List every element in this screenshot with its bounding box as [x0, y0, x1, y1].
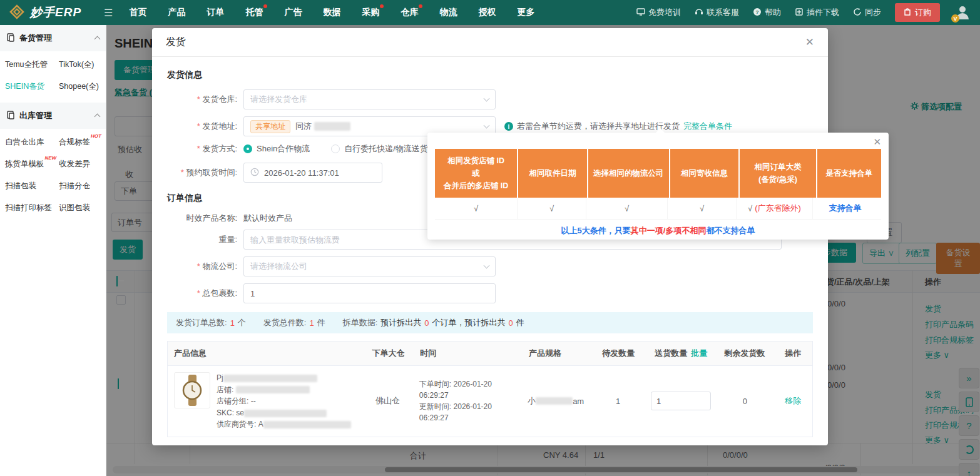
sync-link[interactable]: 同步: [853, 7, 881, 18]
sidebar-item-scan-print[interactable]: 扫描打印标签: [4, 197, 58, 219]
nav-item-label: 产品: [168, 7, 185, 17]
nav-item-home[interactable]: 首页: [129, 7, 146, 18]
sidebar-item-picking-template[interactable]: 拣货单模板NEW: [4, 153, 58, 175]
address-label: 发货地址:: [167, 121, 237, 132]
chevron-down-icon: [484, 122, 490, 128]
chevron-down-icon: [484, 95, 490, 101]
sidebar-item-self-warehouse[interactable]: 自营仓出库: [4, 131, 58, 153]
free-training-link[interactable]: 免费培训: [636, 7, 681, 18]
nav-item-data[interactable]: 数据: [323, 7, 340, 18]
sidebar-item-receive-diff[interactable]: 收发差异: [58, 153, 110, 175]
chevron-down-icon: [484, 262, 490, 268]
nav-item-auth[interactable]: 授权: [478, 7, 496, 18]
sidebar-item-temu[interactable]: Temu全托管: [4, 54, 58, 76]
product-name-label: 时效产品名称:: [167, 213, 237, 224]
sidebar-group-stock[interactable]: 备货管理: [0, 25, 106, 51]
popover-close-icon[interactable]: ✕: [873, 137, 881, 146]
sidebar-item-scan-sort[interactable]: 扫描分仓: [58, 175, 110, 197]
packages-input[interactable]: [243, 283, 496, 303]
sidebar-item-compliance-label[interactable]: 合规标签HOT: [58, 131, 110, 153]
delivery-qty-input[interactable]: [651, 392, 711, 410]
redacted-text: [244, 410, 327, 417]
warehouse-cell: 佛山仓: [362, 366, 413, 437]
product-name-value: 默认时效产品: [243, 213, 292, 224]
contact-support-link[interactable]: 联系客服: [695, 7, 739, 18]
close-icon[interactable]: ✕: [805, 37, 814, 48]
nav-item-logistics[interactable]: 物流: [439, 7, 457, 18]
redacted-text: [223, 375, 317, 382]
sidebar-item-shein[interactable]: SHEIN备货: [4, 76, 58, 98]
nav-link-label: 帮助: [765, 7, 781, 18]
top-nav: 妙手ERP ☰ 首页 产品 订单 托管 广告 数据 采购 仓库 物流 授权 更多…: [0, 0, 980, 25]
product-cell: Pj 店铺: 店铺分组: -- SKC: se 供应商货号: A: [168, 366, 362, 437]
nav-item-warehouse[interactable]: 仓库: [401, 7, 418, 18]
packages-row: 总包裹数:: [167, 283, 813, 303]
merge-condition-link[interactable]: 完整合单条件: [683, 121, 732, 132]
help-icon: ?: [753, 8, 762, 18]
popover-check-row: √ √ √ √ √(广东省除外) 支持合单: [435, 198, 881, 220]
table-header-row: 产品信息 下单大仓 时间 产品规格 待发数量 送货数量 批量 剩余发货数 操作: [168, 342, 812, 365]
subscribe-button[interactable]: 订购: [895, 3, 940, 22]
cond-same-address-info: 相同寄收信息: [670, 149, 738, 198]
nav-item-orders[interactable]: 订单: [207, 7, 224, 18]
dialog-product-table: 产品信息 下单大仓 时间 产品规格 待发数量 送货数量 批量 剩余发货数 操作: [167, 341, 813, 437]
nav-item-hosting[interactable]: 托管: [245, 7, 263, 18]
remaining-cell: 0: [716, 366, 774, 437]
warehouse-label: 发货仓库:: [167, 94, 237, 105]
notification-dot: [419, 4, 422, 8]
cond-same-logistics: 选择相同的物流公司: [588, 149, 669, 198]
sidebar-item-shopee[interactable]: Shopee(全): [58, 76, 110, 98]
nav-item-label: 广告: [284, 7, 302, 17]
pickup-time-label: 预约取货时间:: [167, 167, 237, 178]
nav-item-label: 更多: [517, 7, 534, 17]
plugin-download-link[interactable]: 插件下载: [795, 7, 839, 18]
nav-item-ads[interactable]: 广告: [284, 7, 302, 18]
training-icon: [636, 8, 645, 18]
check-cell: √: [586, 198, 668, 219]
delivery-qty-cell: [646, 366, 716, 437]
nav-item-more[interactable]: 更多: [517, 7, 534, 18]
chevron-up-icon: [94, 36, 101, 43]
pickup-time-value: 2026-01-20 11:37:01: [264, 168, 339, 178]
help-link[interactable]: ? 帮助: [753, 7, 781, 18]
warehouse-row: 发货仓库: 请选择发货仓库: [167, 89, 813, 109]
folder-icon: [6, 111, 15, 121]
address-value: 同济: [295, 121, 312, 132]
packages-field[interactable]: [250, 289, 489, 298]
check-cell: √(广东省除外): [737, 198, 813, 219]
nav-item-purchase[interactable]: 采购: [362, 7, 379, 18]
col-delivery-qty: 送货数量 批量: [646, 342, 716, 365]
remove-link[interactable]: 移除: [785, 395, 801, 407]
clock-icon: [250, 168, 259, 178]
menu-toggle-icon[interactable]: ☰: [104, 7, 113, 19]
nav-link-label: 联系客服: [707, 7, 739, 18]
sidebar-group-outbound[interactable]: 出库管理: [0, 103, 106, 129]
nav-item-label: 授权: [478, 7, 496, 17]
nav-link-label: 同步: [865, 7, 881, 18]
avatar[interactable]: V: [954, 4, 971, 21]
sidebar-item-scan-pack[interactable]: 扫描包装: [4, 175, 58, 197]
pickup-time-input[interactable]: 2026-01-20 11:37:01: [243, 163, 382, 183]
notification-dot: [263, 4, 267, 8]
cond-same-shop-id: 相同发货店铺 ID 或 合并后的多店铺 ID: [435, 149, 517, 198]
method-label: 发货方式:: [167, 143, 237, 154]
check-cell: √: [435, 198, 518, 219]
sidebar-item-image-pack[interactable]: 识图包装: [58, 197, 110, 219]
bag-icon: [904, 8, 911, 18]
batch-link[interactable]: 批量: [691, 348, 707, 359]
radio-shein-logistics[interactable]: Shein合作物流: [243, 143, 310, 154]
merge-condition-popover: ✕ 相同发货店铺 ID 或 合并后的多店铺 ID 相同取件日期 选择相同的物流公…: [427, 133, 889, 240]
logistics-select[interactable]: 请选择物流公司: [243, 256, 496, 276]
brand[interactable]: 妙手ERP: [9, 4, 81, 22]
nav-item-products[interactable]: 产品: [168, 7, 185, 18]
dialog-footer: 取消 发货: [152, 437, 828, 445]
warehouse-select[interactable]: 请选择发货仓库: [243, 89, 496, 109]
nav-item-label: 首页: [129, 7, 146, 17]
sidebar-group-outbound-items: 自营仓出库 合规标签HOT 拣货单模板NEW 收发差异 扫描包装 扫描分仓 扫描…: [0, 129, 106, 224]
svg-text:?: ?: [756, 9, 759, 15]
radio-self-delivery[interactable]: 自行委托快递/物流送货: [331, 143, 428, 154]
folder-icon: [6, 33, 15, 44]
brand-name: 妙手ERP: [30, 4, 81, 21]
col-operation: 操作: [774, 342, 812, 365]
sidebar-item-tiktok[interactable]: TikTok(全): [58, 54, 110, 76]
